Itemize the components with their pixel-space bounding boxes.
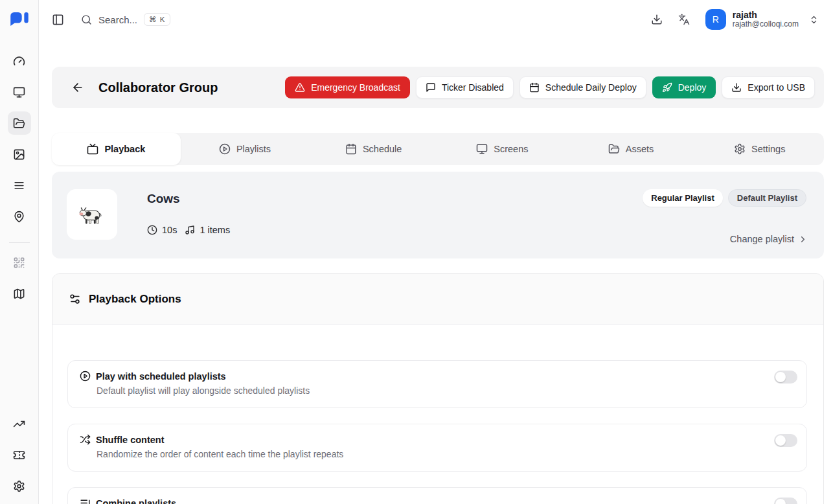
option-description: Default playlist will play alongside sch… <box>97 385 806 396</box>
translate-icon <box>678 14 690 25</box>
user-email: rajath@colloqi.com <box>733 20 799 29</box>
tab-bar: Playback Playlists Schedule Screens Asse… <box>52 133 824 165</box>
folder-open-icon <box>608 143 620 155</box>
tab-settings[interactable]: Settings <box>695 133 824 165</box>
playback-options-header: Playback Options <box>52 274 823 325</box>
tab-assets[interactable]: Assets <box>567 133 696 165</box>
user-menu[interactable]: R rajath rajath@colloqi.com <box>705 9 819 30</box>
deploy-label: Deploy <box>678 82 707 93</box>
playback-options-section: Playback Options Play with scheduled pla… <box>52 273 824 504</box>
option-title: Shuffle content <box>96 435 165 445</box>
image-icon <box>13 148 25 161</box>
sidebar-item-dashboard[interactable] <box>8 49 31 73</box>
export-to-usb-label: Export to USB <box>747 82 805 93</box>
music-note-icon <box>185 225 195 235</box>
deploy-button[interactable]: Deploy <box>652 76 716 98</box>
tv-icon <box>87 143 98 155</box>
sidebar-divider <box>9 242 30 243</box>
qr-code-icon <box>13 257 25 269</box>
calendar-icon <box>529 82 540 93</box>
export-to-usb-button[interactable]: Export to USB <box>722 76 815 98</box>
sidebar-item-playlists[interactable] <box>8 174 31 197</box>
sidebar-item-screens[interactable] <box>8 80 31 104</box>
option-play-with-scheduled: Play with scheduled playlists Default pl… <box>67 360 807 408</box>
sidebar-item-media[interactable] <box>8 143 31 166</box>
sidebar-item-billing[interactable] <box>8 443 31 466</box>
download-button[interactable] <box>651 14 663 25</box>
option-shuffle-content: Shuffle content Randomize the order of c… <box>67 424 807 472</box>
chevrons-up-down-icon <box>809 15 819 25</box>
tab-screens-label: Screens <box>494 144 528 154</box>
settings-gear-icon <box>13 480 25 492</box>
badge-regular-playlist: Regular Playlist <box>643 189 723 207</box>
combine-playlists-toggle[interactable] <box>774 498 797 504</box>
search-placeholder: Search... <box>98 14 137 25</box>
circle-play-icon <box>219 143 231 155</box>
playlist-item-count-value: 1 items <box>200 225 230 235</box>
panel-left-icon <box>52 14 64 26</box>
avatar: R <box>705 9 726 30</box>
tab-playback[interactable]: Playback <box>52 133 181 165</box>
ticker-disabled-label: Ticker Disabled <box>442 82 504 93</box>
map-icon <box>13 288 25 300</box>
cow-image <box>77 200 107 229</box>
tab-schedule[interactable]: Schedule <box>309 133 438 165</box>
alert-triangle-icon <box>295 82 305 93</box>
sliders-icon <box>69 293 81 305</box>
monitor-icon <box>476 143 488 155</box>
shuffle-content-toggle[interactable] <box>774 434 797 447</box>
change-playlist-label: Change playlist <box>730 234 794 244</box>
play-with-scheduled-toggle[interactable] <box>774 371 797 384</box>
schedule-daily-deploy-label: Schedule Daily Deploy <box>545 82 637 93</box>
tab-settings-label: Settings <box>751 144 785 154</box>
main-content: Collaborator Group Emergency Broadcast T… <box>39 39 833 504</box>
back-button[interactable] <box>71 81 84 94</box>
emergency-broadcast-button[interactable]: Emergency Broadcast <box>285 76 410 98</box>
playback-options-title: Playback Options <box>89 293 181 306</box>
search-input[interactable]: Search... ⌘ K <box>81 13 170 26</box>
ticker-disabled-button[interactable]: Ticker Disabled <box>416 76 514 98</box>
sidebar <box>0 39 39 504</box>
option-combine-playlists: Combine playlists <box>67 487 807 504</box>
clock-icon <box>147 225 157 235</box>
tab-playlists-label: Playlists <box>236 144 271 154</box>
arrow-left-icon <box>71 81 84 94</box>
trending-up-icon <box>13 418 25 430</box>
map-pin-icon <box>13 211 25 223</box>
emergency-broadcast-label: Emergency Broadcast <box>311 82 400 93</box>
tab-screens[interactable]: Screens <box>438 133 567 165</box>
circle-play-icon <box>80 371 91 382</box>
tab-playback-label: Playback <box>104 144 145 154</box>
tab-playlists[interactable]: Playlists <box>181 133 310 165</box>
playlist-item-count: 1 items <box>185 225 230 235</box>
app-logo[interactable] <box>0 0 39 39</box>
option-title: Combine playlists <box>96 498 176 504</box>
page-header: Collaborator Group Emergency Broadcast T… <box>52 67 824 108</box>
option-title: Play with scheduled playlists <box>96 371 226 382</box>
monitor-icon <box>13 86 25 98</box>
playlist-duration: 10s <box>147 225 177 235</box>
playlist-duration-value: 10s <box>162 225 177 235</box>
badge-default-playlist: Default Playlist <box>728 189 806 207</box>
sidebar-item-locations[interactable] <box>8 205 31 228</box>
calendar-icon <box>345 143 357 155</box>
default-playlist-card: Cows 10s 1 items Regular Playlist Defaul… <box>52 172 824 258</box>
folder-open-icon <box>13 117 25 130</box>
sidebar-item-settings[interactable] <box>8 474 31 498</box>
sidebar-item-analytics[interactable] <box>8 412 31 435</box>
ticket-icon <box>13 449 25 461</box>
list-icon <box>13 179 25 192</box>
translate-button[interactable] <box>678 14 690 25</box>
sidebar-item-groups[interactable] <box>8 111 31 135</box>
sidebar-item-qr-code[interactable] <box>8 251 31 274</box>
shuffle-icon <box>80 434 91 445</box>
schedule-daily-deploy-button[interactable]: Schedule Daily Deploy <box>519 76 646 98</box>
search-shortcut-kbd: ⌘ K <box>144 13 170 26</box>
chevron-right-icon <box>798 235 808 244</box>
page-title: Collaborator Group <box>98 80 218 95</box>
change-playlist-link[interactable]: Change playlist <box>730 234 808 244</box>
gear-icon <box>734 143 746 155</box>
sidebar-item-map[interactable] <box>8 282 31 305</box>
gauge-icon <box>13 55 25 67</box>
sidebar-toggle-button[interactable] <box>52 14 64 26</box>
